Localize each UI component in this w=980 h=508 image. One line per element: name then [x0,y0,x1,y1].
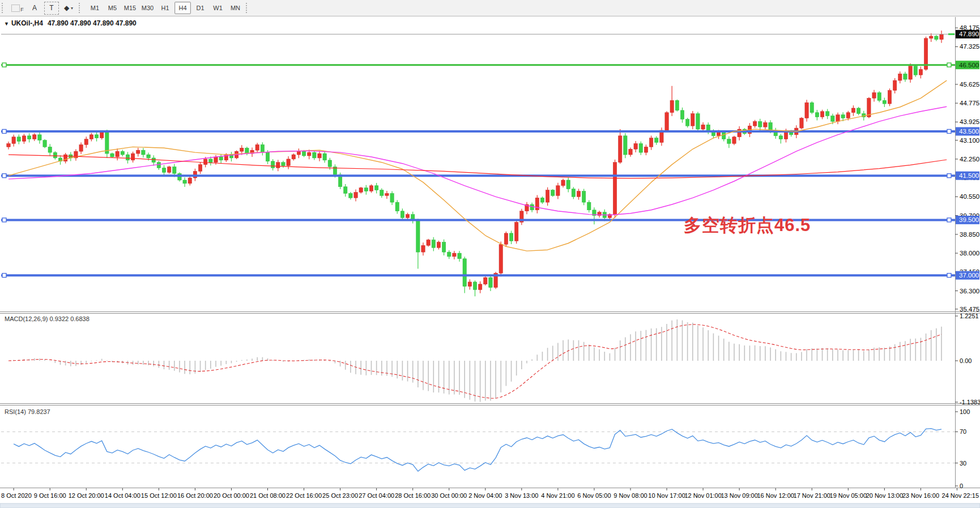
ma-mid-magenta [8,106,947,215]
time-tick-label: 10 Nov 17:00 [648,492,685,499]
rsi-layer [1,429,955,471]
time-tick-label: 28 Oct 16:00 [395,492,431,499]
price-tick-label: 47.325 [960,43,979,50]
rsi-axis-labels: 10070300 [955,408,970,489]
pane-frames [0,17,980,508]
time-tick-label: 15 Oct 12:00 [141,492,177,499]
time-tick-label: 2 Nov 04:00 [468,492,502,499]
svg-text:-1.1383: -1.1383 [960,399,980,405]
macd-layer [8,319,941,402]
hline-handle [947,174,951,178]
svg-text:1.2251: 1.2251 [960,313,979,319]
time-tick-label: 4 Nov 21:00 [541,492,574,499]
hline-handle [2,274,6,278]
svg-text:0.00: 0.00 [960,357,972,364]
price-tick-label: 36.300 [960,288,979,294]
price-tick-label: 35.475 [960,306,979,313]
svg-text:100: 100 [960,408,970,415]
rsi-indicator-label: RSI(14) 79.8237 [5,408,50,415]
hline-handle [947,63,951,67]
chart-canvas[interactable]: 1.22510.00-1.13831007030048.17547.32545.… [0,0,980,508]
time-tick-label: 13 Nov 09:00 [721,492,757,499]
horizontal-lines-layer[interactable] [1,63,955,277]
candles-layer [7,31,943,296]
macd-name: MACD(12,26,9) [5,315,48,322]
time-tick-label: 3 Nov 13:00 [505,492,538,499]
hline-handle [947,274,951,278]
macd-current-values: 0.9322 0.6838 [49,315,89,322]
time-tick-label: 16 Oct 20:00 [177,492,213,499]
hline-handle [2,130,6,134]
time-tick-label: 9 Nov 08:00 [613,492,647,499]
ohlc-values: 47.890 47.890 47.890 47.890 [48,19,137,27]
rsi-name: RSI(14) [5,408,26,415]
price-tick-label: 42.250 [960,156,979,163]
rsi-current-value: 79.8237 [28,408,50,415]
svg-text:70: 70 [960,428,966,435]
time-tick-label: 20 Nov 13:00 [866,492,903,499]
price-tick-label: 43.100 [960,137,979,144]
symbol-period-label: UKOil-,H4 [11,19,43,27]
svg-text:0: 0 [960,483,963,489]
price-box-label: 41.500 [959,172,979,179]
hline-handle [947,218,951,222]
time-tick-label: 19 Nov 05:00 [830,492,867,499]
macd-axis-labels: 1.22510.00-1.1383 [955,313,980,405]
time-tick-label: 20 Oct 00:00 [214,492,249,499]
time-tick-label: 16 Nov 12:00 [757,492,794,499]
price-axis[interactable]: 48.17547.32545.62544.77543.92543.10042.2… [955,24,979,313]
time-tick-label: 21 Oct 08:00 [250,492,286,499]
price-box-label: 43.500 [959,128,979,135]
svg-text:30: 30 [960,460,966,467]
chart-title[interactable]: ▼UKOil-,H447.890 47.890 47.890 47.890 [4,19,137,27]
time-tick-label: 9 Oct 16:00 [34,492,66,499]
time-tick-label: 8 Oct 2020 [1,492,32,499]
current-price-line [1,33,955,35]
collapse-triangle-icon[interactable]: ▼ [4,21,9,27]
price-box-label: 46.500 [959,62,979,69]
hline-handle [947,130,951,134]
time-tick-label: 14 Oct 04:00 [105,492,140,499]
time-tick-label: 30 Oct 00:00 [431,492,467,499]
time-tick-label: 27 Oct 04:00 [359,492,394,499]
macd-indicator-label: MACD(12,26,9) 0.9322 0.6838 [5,315,90,322]
price-box-label: 39.500 [959,216,979,223]
time-tick-label: 23 Nov 16:00 [902,492,939,499]
price-box-label: 37.000 [959,272,979,279]
price-tick-label: 38.850 [960,231,979,238]
time-tick-label: 12 Oct 20:00 [69,492,104,499]
annotation-text[interactable]: 多空转折点46.5 [684,214,811,237]
price-box-label: 47.890 [959,31,979,37]
mt4-window: FAT◆▾M1M5M15M30H1H4D1W1MN 1.22510.00-1.1… [0,0,980,508]
time-axis[interactable]: 8 Oct 20209 Oct 16:0012 Oct 20:0014 Oct … [1,488,979,499]
hline-handle [2,63,6,67]
time-tick-label: 25 Oct 23:00 [322,492,358,499]
time-tick-label: 22 Oct 16:00 [286,492,322,499]
price-tick-label: 40.550 [960,193,979,200]
time-tick-label: 12 Nov 01:00 [684,492,721,499]
price-tick-label: 45.625 [960,81,979,88]
close-tick [948,33,955,35]
time-tick-label: 24 Nov 22:15 [942,492,979,499]
time-tick-label: 17 Nov 21:00 [794,492,830,499]
rsi-line [14,429,941,471]
price-tick-label: 44.775 [960,100,979,106]
price-tick-label: 38.000 [960,250,979,257]
time-tick-label: 6 Nov 05:00 [577,492,611,499]
hline-handle [2,218,6,222]
hline-handle [2,174,6,178]
price-tick-label: 43.925 [960,118,979,125]
